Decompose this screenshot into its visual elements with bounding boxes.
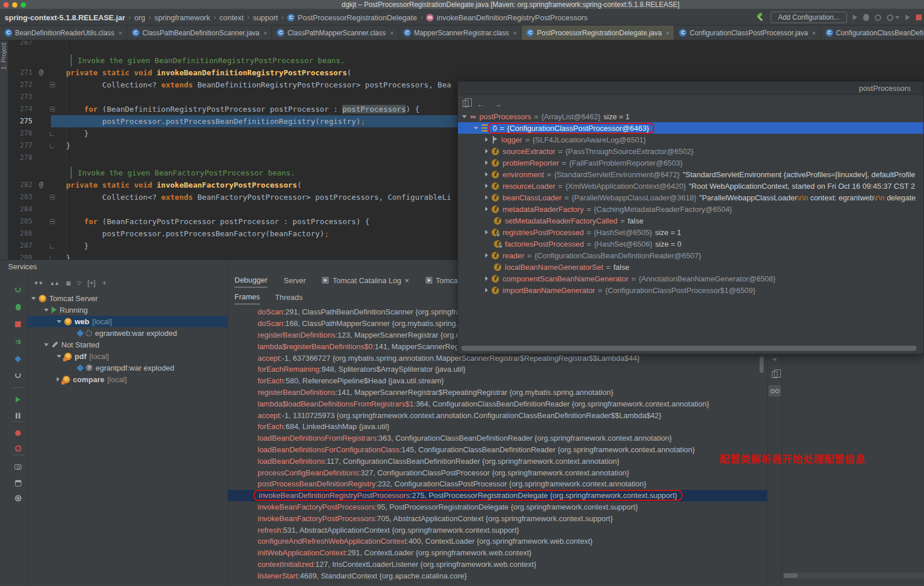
- variable-row[interactable]: fbeanClassLoader={ParallelWebappClassLoa…: [458, 192, 923, 203]
- close-icon[interactable]: ×: [812, 30, 815, 36]
- editor-tab[interactable]: CBeanDefinitionReaderUtils.class×: [0, 25, 127, 40]
- fold-marker-icon[interactable]: [46, 191, 58, 203]
- thread-dump-camera-icon[interactable]: [13, 462, 23, 472]
- services-diamond-icon[interactable]: [13, 354, 23, 364]
- expand-all-icon[interactable]: ▼▼: [34, 280, 43, 286]
- chevron-right-icon[interactable]: [485, 149, 488, 153]
- chevron-right-icon[interactable]: [485, 184, 488, 188]
- copy-frame-icon[interactable]: [463, 100, 468, 107]
- editor-tab[interactable]: CConfigurationClassPostProcessor.java×: [674, 25, 821, 40]
- service-node[interactable]: compare[local]: [28, 373, 228, 385]
- stripe-item-project[interactable]: 1: Project: [0, 43, 8, 69]
- frames-scrollbar[interactable]: [760, 357, 764, 373]
- stack-frame-row[interactable]: loadBeanDefinitionsForConfigurationClass…: [228, 444, 767, 456]
- variable-row[interactable]: ∞postProcessors={ArrayList@6462}size = 1: [458, 111, 923, 122]
- close-icon[interactable]: ×: [263, 30, 267, 36]
- service-node[interactable]: web[local]: [28, 316, 228, 327]
- editor-tab[interactable]: CPostProcessorRegistrationDelegate.java×: [522, 25, 674, 40]
- editor-tab[interactable]: CConfigurationClassBeanDefinitionReader.…: [821, 25, 924, 40]
- profiler-icon[interactable]: [875, 14, 881, 21]
- chevron-right-icon[interactable]: [485, 288, 488, 292]
- service-node[interactable]: ?egrantpdf:war exploded: [28, 362, 228, 373]
- close-icon[interactable]: ×: [513, 30, 516, 36]
- breadcrumb-item[interactable]: springframework: [155, 13, 210, 22]
- variable-row[interactable]: logger={SLF4JLocationAwareLog@6501}: [458, 134, 923, 145]
- chevron-down-icon[interactable]: [57, 320, 61, 323]
- rerun-icon[interactable]: [13, 284, 23, 295]
- stack-frame-row[interactable]: forEach:684, LinkedHashMap {java.util}: [228, 421, 767, 433]
- debugger-tab[interactable]: Server: [284, 276, 306, 287]
- subtab-threads[interactable]: Threads: [275, 293, 303, 304]
- editor-tab[interactable]: CClassPathMapperScanner.class×: [272, 25, 399, 40]
- variable-row[interactable]: fsetMetadataReaderFactoryCalled=false: [458, 215, 923, 226]
- layout-icon[interactable]: [13, 478, 23, 488]
- resume-icon[interactable]: [13, 394, 23, 405]
- mute-breakpoints-icon[interactable]: [13, 443, 23, 453]
- chevron-down-icon[interactable]: [44, 343, 49, 346]
- breadcrumb-item[interactable]: CPostProcessorRegistrationDelegate: [287, 13, 417, 22]
- service-node[interactable]: egrantweb:war exploded: [28, 327, 228, 339]
- build-hammer-icon[interactable]: [756, 13, 765, 22]
- variable-row[interactable]: fsourceExtractor={PassThroughSourceExtra…: [458, 145, 923, 157]
- chevron-down-icon[interactable]: [31, 297, 36, 300]
- minimize-window-icon[interactable]: [12, 2, 17, 8]
- breadcrumb-item[interactable]: minvokeBeanDefinitionRegistryPostProcess…: [426, 13, 588, 22]
- variable-row[interactable]: fmetadataReaderFactory={CachingMetadataR…: [458, 203, 923, 215]
- collapse-all-icon[interactable]: ▲▲: [50, 280, 59, 286]
- caret-down-icon[interactable]: [768, 358, 781, 361]
- scrollbar-thumb[interactable]: [784, 573, 798, 578]
- add-service-frame-icon[interactable]: [+]: [87, 279, 96, 287]
- stack-frame-row[interactable]: processConfigBeanDefinitions:327, Config…: [228, 467, 767, 478]
- back-arrow-icon[interactable]: ←: [476, 99, 485, 109]
- stack-frame-row[interactable]: forEachRemaining:948, Spliterators$Array…: [228, 364, 767, 375]
- variable-row[interactable]: flocalBeanNameGeneratorSet=false: [458, 261, 923, 273]
- chevron-right-icon[interactable]: [485, 230, 488, 235]
- run-icon[interactable]: [905, 14, 910, 20]
- rerun-debug-icon[interactable]: [13, 302, 23, 312]
- stack-frame-row[interactable]: initWebApplicationContext:291, ContextLo…: [228, 547, 767, 559]
- stack-frame-row[interactable]: postProcessBeanDefinitionRegistry:232, C…: [228, 478, 767, 490]
- chevron-down-icon[interactable]: [474, 127, 478, 130]
- fold-marker-icon[interactable]: [46, 240, 58, 252]
- debug-icon[interactable]: [863, 14, 869, 21]
- forward-arrow-icon[interactable]: →: [493, 99, 502, 109]
- debugger-tab[interactable]: Debugger: [234, 276, 267, 288]
- fold-marker-icon[interactable]: [46, 140, 58, 152]
- view-breakpoints-icon[interactable]: [13, 428, 23, 438]
- service-node[interactable]: Running: [28, 304, 228, 316]
- stack-frame-row[interactable]: accept:-1, 1310725973 {org.springframewo…: [228, 409, 767, 421]
- chevron-right-icon[interactable]: [485, 276, 488, 281]
- chevron-right-icon[interactable]: [485, 207, 488, 211]
- variable-row[interactable]: 0={ConfigurationClassPostProcessor@6463}: [458, 122, 923, 134]
- stack-frame-row[interactable]: listenerStart:4689, StandardContext {org…: [228, 570, 767, 581]
- fold-marker-icon[interactable]: [46, 103, 58, 115]
- pause-icon[interactable]: [13, 411, 23, 421]
- settings-gear-icon[interactable]: [13, 493, 23, 503]
- editor-line[interactable]: Invoke the given BeanDefinitionRegistryP…: [8, 54, 924, 67]
- refresh-icon[interactable]: [13, 370, 23, 380]
- stack-frame-row[interactable]: refresh:531, AbstractApplicationContext …: [228, 524, 767, 536]
- breadcrumb-item[interactable]: org: [134, 13, 145, 22]
- group-by-icon[interactable]: ▦: [66, 280, 71, 286]
- stack-frame-row[interactable]: registerBeanDefinitions:141, MapperScann…: [228, 387, 767, 398]
- editor-line[interactable]: 267: [8, 41, 924, 49]
- watch-glasses-icon[interactable]: [768, 385, 781, 397]
- popup-scrollbar[interactable]: [461, 346, 916, 351]
- stack-frame-row[interactable]: loadBeanDefinitionsFromRegistrars:363, C…: [228, 433, 767, 444]
- filter-icon[interactable]: ▽: [77, 280, 80, 286]
- service-node[interactable]: Tomcat Server: [28, 292, 228, 304]
- maximize-window-icon[interactable]: [21, 2, 26, 8]
- breadcrumb-item[interactable]: spring-context-5.1.8.RELEASE.jar: [5, 13, 125, 22]
- variable-row[interactable]: fresourceLoader={XmlWebApplicationContex…: [458, 180, 923, 192]
- close-icon[interactable]: ×: [118, 30, 122, 36]
- fold-marker-icon[interactable]: [46, 252, 58, 259]
- variable-row[interactable]: ffactoriesPostProcessed={HashSet@6506}si…: [458, 238, 923, 250]
- close-icon[interactable]: ×: [390, 30, 394, 36]
- chevron-down-icon[interactable]: [44, 309, 49, 312]
- editor-line[interactable]: 271@private static void invokeBeanDefini…: [8, 67, 924, 79]
- chevron-right-icon[interactable]: [485, 160, 488, 165]
- variable-row[interactable]: fenvironment={StandardServletEnvironment…: [458, 169, 923, 180]
- caret-down-icon[interactable]: [895, 16, 900, 19]
- variable-row[interactable]: fcomponentScanBeanNameGenerator={Annotat…: [458, 273, 923, 284]
- stop-icon[interactable]: [916, 14, 922, 20]
